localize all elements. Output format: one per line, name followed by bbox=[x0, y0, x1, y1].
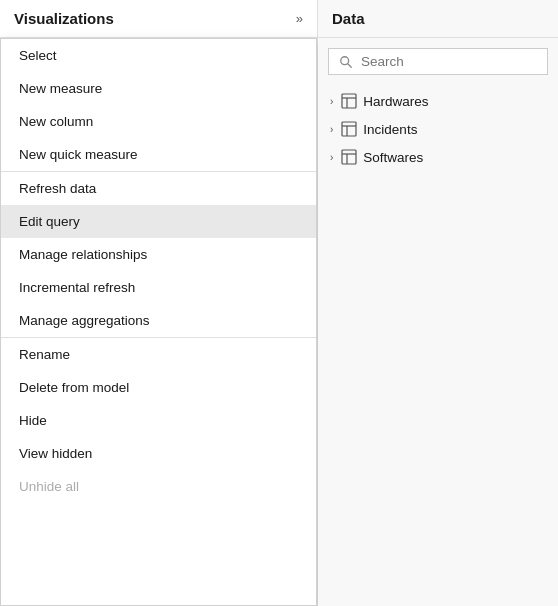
menu-item-rename[interactable]: Rename bbox=[1, 338, 316, 371]
menu-item-new-quick-measure[interactable]: New quick measure bbox=[1, 138, 316, 171]
data-item-hardwares[interactable]: ›Hardwares bbox=[318, 87, 558, 115]
table-icon bbox=[341, 121, 357, 137]
data-item-label: Softwares bbox=[363, 150, 423, 165]
search-input[interactable] bbox=[361, 54, 537, 69]
svg-rect-5 bbox=[342, 122, 356, 136]
data-item-label: Hardwares bbox=[363, 94, 428, 109]
svg-rect-2 bbox=[342, 94, 356, 108]
menu-item-new-column[interactable]: New column bbox=[1, 105, 316, 138]
chevron-right-icon: › bbox=[330, 96, 333, 107]
menu-item-delete-from-model[interactable]: Delete from model bbox=[1, 371, 316, 404]
context-menu: SelectNew measureNew columnNew quick mea… bbox=[0, 38, 317, 606]
visualizations-title: Visualizations bbox=[14, 10, 114, 27]
menu-item-edit-query[interactable]: Edit query bbox=[1, 205, 316, 238]
menu-item-manage-relationships[interactable]: Manage relationships bbox=[1, 238, 316, 271]
menu-item-hide[interactable]: Hide bbox=[1, 404, 316, 437]
search-icon bbox=[339, 55, 353, 69]
data-panel: Data ›Hardwares›Incidents›Softwares bbox=[318, 0, 558, 606]
menu-item-view-hidden[interactable]: View hidden bbox=[1, 437, 316, 470]
data-item-incidents[interactable]: ›Incidents bbox=[318, 115, 558, 143]
svg-line-1 bbox=[348, 63, 352, 67]
data-item-label: Incidents bbox=[363, 122, 417, 137]
chevron-right-icon: › bbox=[330, 152, 333, 163]
menu-item-manage-aggregations[interactable]: Manage aggregations bbox=[1, 304, 316, 337]
menu-item-refresh-data[interactable]: Refresh data bbox=[1, 172, 316, 205]
visualizations-header: Visualizations » bbox=[0, 0, 317, 38]
menu-item-new-measure[interactable]: New measure bbox=[1, 72, 316, 105]
data-item-softwares[interactable]: ›Softwares bbox=[318, 143, 558, 171]
svg-rect-8 bbox=[342, 150, 356, 164]
table-icon bbox=[341, 149, 357, 165]
table-icon bbox=[341, 93, 357, 109]
menu-item-unhide-all: Unhide all bbox=[1, 470, 316, 503]
menu-item-incremental-refresh[interactable]: Incremental refresh bbox=[1, 271, 316, 304]
visualizations-panel: Visualizations » SelectNew measureNew co… bbox=[0, 0, 318, 606]
menu-item-select[interactable]: Select bbox=[1, 39, 316, 72]
expand-icon[interactable]: » bbox=[296, 11, 303, 26]
data-list: ›Hardwares›Incidents›Softwares bbox=[318, 83, 558, 175]
search-box[interactable] bbox=[328, 48, 548, 75]
chevron-right-icon: › bbox=[330, 124, 333, 135]
data-panel-title: Data bbox=[318, 0, 558, 38]
